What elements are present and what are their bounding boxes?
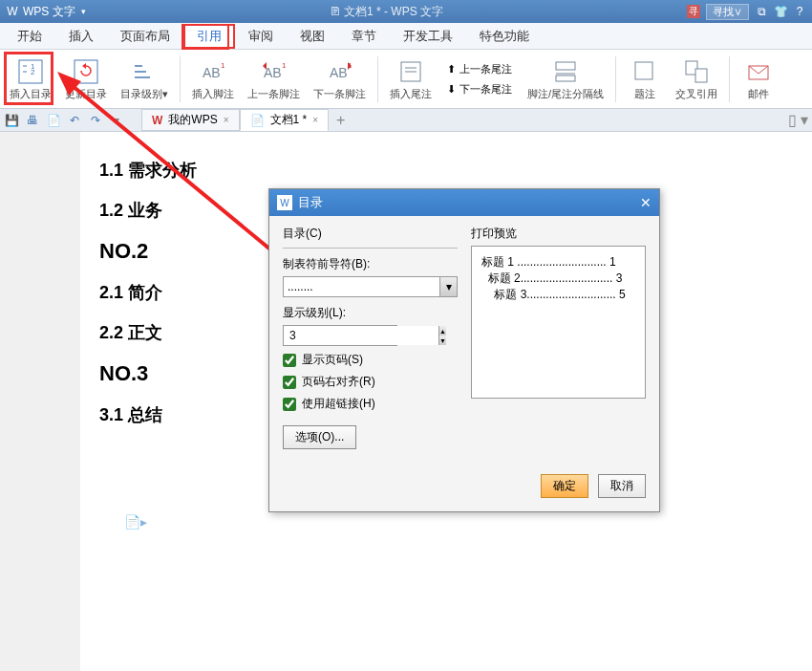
toc-icon: 12 <box>15 56 46 87</box>
app-icon: W <box>6 5 19 18</box>
tab-close-icon[interactable]: × <box>312 115 318 125</box>
preview-label: 打印预览 <box>471 226 646 242</box>
svg-text:1: 1 <box>282 61 287 70</box>
prev-endnote-icon: ⬆ <box>447 63 456 76</box>
prev-footnote-label: 上一条脚注 <box>247 87 300 101</box>
show-page-num-checkbox[interactable]: 显示页码(S) <box>283 352 458 368</box>
svg-rect-21 <box>556 62 575 70</box>
prev-footnote-button[interactable]: AB1 上一条脚注 <box>242 54 306 103</box>
next-footnote-button[interactable]: AB1 下一条脚注 <box>308 54 372 103</box>
dialog-close-icon[interactable]: ✕ <box>640 195 652 210</box>
footnote-icon: AB1 <box>198 56 228 87</box>
svg-text:AB: AB <box>203 65 221 80</box>
tab-doc1[interactable]: 📄 文档1 * × <box>240 109 330 131</box>
menu-page-layout[interactable]: 页面布局 <box>107 24 183 49</box>
titlebar: W WPS 文字 ▾ 🖹 文档1 * - WPS 文字 寻 寻找∨ ⧉ 👕 ? <box>0 0 812 23</box>
mail-icon <box>743 56 774 87</box>
use-hyperlink-checkbox[interactable]: 使用超链接(H) <box>283 396 458 412</box>
update-toc-button[interactable]: 更新目录 <box>59 54 113 103</box>
next-footnote-label: 下一条脚注 <box>313 87 366 101</box>
dialog-titlebar[interactable]: W 目录 ✕ <box>269 189 659 216</box>
spinner-down-icon[interactable]: ▼ <box>439 336 446 345</box>
display-level-spinner[interactable]: ▲ ▼ <box>283 325 397 346</box>
preview-line: 标题 1 ............................ 1 <box>481 254 635 271</box>
dialog-title-text: 目录 <box>298 194 323 211</box>
svg-marker-6 <box>82 63 86 69</box>
notify-icon[interactable]: ⧉ <box>755 5 768 18</box>
page-margin-icon: 📄▸ <box>124 514 147 530</box>
footnote-sep-label: 脚注/尾注分隔线 <box>527 87 604 101</box>
combo-dropdown-icon[interactable]: ▾ <box>439 277 457 296</box>
wps-tab-icon: W <box>152 114 162 127</box>
next-endnote-icon: ⬇ <box>447 83 456 96</box>
print-icon[interactable]: 🖶 <box>25 113 40 128</box>
menu-start[interactable]: 开始 <box>4 24 55 49</box>
svg-rect-26 <box>695 69 707 82</box>
tab-close-icon[interactable]: × <box>224 115 229 125</box>
tab-mywps[interactable]: W 我的WPS × <box>141 109 240 131</box>
tab-mywps-label: 我的WPS <box>168 112 217 128</box>
tab-leader-input[interactable] <box>284 277 439 296</box>
tab-add-button[interactable]: + <box>329 110 353 131</box>
heading-1-1: 1.1 需求分析 <box>99 159 793 182</box>
menu-review[interactable]: 审阅 <box>235 24 287 49</box>
toc-level-button[interactable]: 目录级别▾ <box>115 54 174 103</box>
next-endnote-button[interactable]: ⬇下一条尾注 <box>443 80 516 98</box>
svg-rect-23 <box>556 76 575 81</box>
cross-ref-button[interactable]: 交叉引用 <box>670 54 723 103</box>
quickbar-more-icon[interactable]: ▯ ▾ <box>788 111 808 129</box>
menu-insert[interactable]: 插入 <box>55 24 107 49</box>
tab-leader-label: 制表符前导符(B): <box>283 256 458 272</box>
more-icon[interactable]: ▾ <box>109 113 124 128</box>
spinner-up-icon[interactable]: ▲ <box>439 326 446 336</box>
menu-dev-tools[interactable]: 开发工具 <box>390 24 466 49</box>
cancel-button[interactable]: 取消 <box>598 474 646 498</box>
insert-endnote-label: 插入尾注 <box>390 87 432 101</box>
caption-icon <box>630 56 660 87</box>
tab-doc1-label: 文档1 * <box>270 112 308 128</box>
window-title: 🖹 文档1 * - WPS 文字 <box>86 4 687 20</box>
next-footnote-icon: AB1 <box>325 56 355 87</box>
caption-label: 题注 <box>634 87 655 101</box>
svg-text:2: 2 <box>31 68 35 76</box>
menu-features[interactable]: 特色功能 <box>466 24 543 49</box>
menu-references[interactable]: 引用 <box>183 24 235 49</box>
svg-rect-24 <box>635 62 652 79</box>
preview-line: 标题 2............................. 3 <box>481 271 635 287</box>
separator-icon <box>550 56 581 87</box>
shirt-icon[interactable]: 👕 <box>774 5 787 18</box>
display-level-input[interactable] <box>284 326 438 345</box>
footnote-separator-button[interactable]: 脚注/尾注分隔线 <box>522 54 609 103</box>
ok-button[interactable]: 确定 <box>541 474 588 498</box>
insert-footnote-label: 插入脚注 <box>192 87 234 101</box>
svg-text:AB: AB <box>330 65 348 80</box>
preview-icon[interactable]: 📄 <box>46 113 61 128</box>
help-icon[interactable]: ? <box>793 5 806 18</box>
tab-leader-combo[interactable]: ▾ <box>283 276 458 297</box>
doc-tab-icon: 📄 <box>250 114 265 127</box>
menu-view[interactable]: 视图 <box>287 24 338 49</box>
search-icon[interactable]: 寻 <box>687 5 700 18</box>
options-button[interactable]: 选项(O)... <box>283 425 356 449</box>
prev-endnote-button[interactable]: ⬆上一条尾注 <box>443 60 516 78</box>
search-box[interactable]: 寻找∨ <box>706 4 749 20</box>
menu-section[interactable]: 章节 <box>338 24 390 49</box>
preview-line: 标题 3............................ 5 <box>481 287 635 303</box>
update-icon <box>71 56 101 87</box>
redo-icon[interactable]: ↷ <box>88 113 103 128</box>
toc-dialog: W 目录 ✕ 目录(C) 制表符前导符(B): ▾ 显示级别(L): ▲ <box>268 188 660 512</box>
toc-level-label: 目录级别▾ <box>120 87 168 101</box>
caption-button[interactable]: 题注 <box>622 54 668 103</box>
level-icon <box>129 56 160 87</box>
insert-toc-button[interactable]: 12 插入目录 <box>4 54 57 103</box>
save-icon[interactable]: 💾 <box>4 113 19 128</box>
undo-icon[interactable]: ↶ <box>67 113 82 128</box>
insert-footnote-button[interactable]: AB1 插入脚注 <box>186 54 240 103</box>
display-level-label: 显示级别(L): <box>283 305 458 321</box>
align-right-checkbox[interactable]: 页码右对齐(R) <box>283 374 458 390</box>
prev-footnote-icon: AB1 <box>259 56 289 87</box>
app-name: WPS 文字 <box>23 4 75 20</box>
insert-endnote-button[interactable]: 插入尾注 <box>384 54 438 103</box>
mail-button[interactable]: 邮件 <box>736 54 781 103</box>
quickbar: 💾 🖶 📄 ↶ ↷ ▾ W 我的WPS × 📄 文档1 * × + ▯ ▾ <box>0 109 812 132</box>
